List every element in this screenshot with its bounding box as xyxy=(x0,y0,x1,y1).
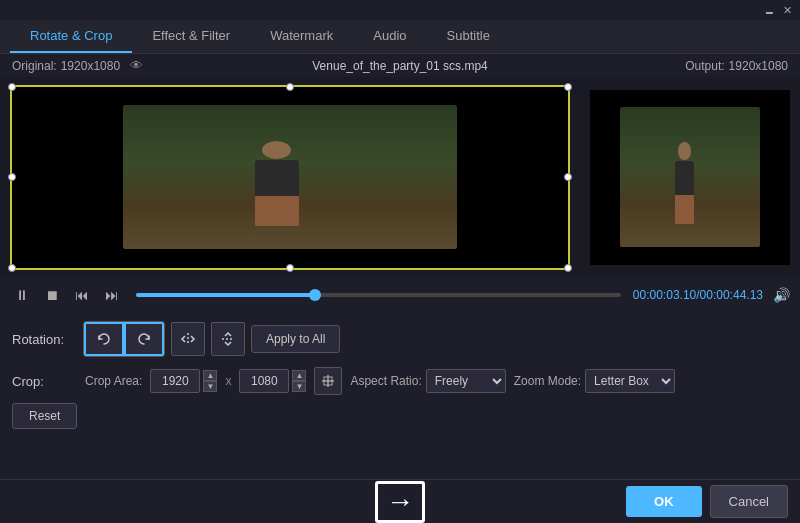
rotate-left-button[interactable] xyxy=(84,322,124,356)
tab-bar: Rotate & Crop Effect & Filter Watermark … xyxy=(0,20,800,54)
apply-to-all-button[interactable]: Apply to All xyxy=(251,325,340,353)
crop-width-input[interactable] xyxy=(150,369,200,393)
tab-effect-filter[interactable]: Effect & Filter xyxy=(132,20,250,53)
preview-canvas-right xyxy=(590,90,790,265)
volume-icon[interactable]: 🔊 xyxy=(773,287,790,303)
width-increment-button[interactable]: ▲ xyxy=(203,370,217,381)
original-label: Original: xyxy=(12,59,57,73)
flip-horizontal-button[interactable] xyxy=(171,322,205,356)
crop-handle-tl[interactable] xyxy=(8,83,16,91)
crop-label: Crop: xyxy=(12,374,77,389)
time-total: 00:00:44.13 xyxy=(700,288,763,302)
rotation-label: Rotation: xyxy=(12,332,77,347)
controls-bar: ⏸ ⏹ ⏮ ⏭ 00:00:03.10/00:00:44.13 🔊 xyxy=(0,277,800,313)
width-input-group: ▲ ▼ xyxy=(150,369,217,393)
options-area: Rotation: xyxy=(0,313,800,437)
width-spinner: ▲ ▼ xyxy=(203,370,217,392)
reset-row: Reset xyxy=(12,403,788,429)
height-increment-button[interactable]: ▲ xyxy=(292,370,306,381)
person-shape xyxy=(240,141,313,242)
crop-handle-bl[interactable] xyxy=(8,264,16,272)
person-body-right xyxy=(675,161,693,195)
progress-track[interactable] xyxy=(136,293,621,297)
crop-handle-tr[interactable] xyxy=(564,83,572,91)
footer: → OK Cancel xyxy=(0,479,800,523)
tab-rotate-crop[interactable]: Rotate & Crop xyxy=(10,20,132,53)
height-spinner: ▲ ▼ xyxy=(292,370,306,392)
output-resolution: 1920x1080 xyxy=(729,59,788,73)
person-head-right xyxy=(678,142,690,160)
aspect-ratio-select[interactable]: Freely 16:9 4:3 1:1 xyxy=(426,369,506,393)
output-label: Output: xyxy=(685,59,724,73)
reset-button[interactable]: Reset xyxy=(12,403,77,429)
tab-subtitle[interactable]: Subtitle xyxy=(427,20,510,53)
next-arrow: → xyxy=(375,481,425,523)
zoom-mode-label: Zoom Mode: xyxy=(514,374,581,388)
prev-frame-button[interactable]: ⏮ xyxy=(70,283,94,307)
flip-v-icon xyxy=(220,331,236,347)
flip-vertical-button[interactable] xyxy=(211,322,245,356)
height-input-group: ▲ ▼ xyxy=(239,369,306,393)
rotate-ccw-icon xyxy=(95,330,113,348)
zoom-mode-select[interactable]: Letter Box Pan & Scan Full xyxy=(585,369,675,393)
rotation-row: Rotation: xyxy=(12,321,788,357)
crop-row: Crop: Crop Area: ▲ ▼ x ▲ ▼ Aspect Ra xyxy=(12,367,788,395)
ok-button[interactable]: OK xyxy=(626,486,702,517)
close-button[interactable]: ✕ xyxy=(780,3,794,17)
crop-handle-ml[interactable] xyxy=(8,173,16,181)
aspect-ratio-label: Aspect Ratio: xyxy=(350,374,421,388)
eye-icon[interactable]: 👁 xyxy=(130,58,143,73)
height-decrement-button[interactable]: ▼ xyxy=(292,381,306,392)
progress-fill xyxy=(136,293,315,297)
title-bar: 🗕 ✕ xyxy=(0,0,800,20)
zoom-mode-group: Zoom Mode: Letter Box Pan & Scan Full xyxy=(514,369,675,393)
rotate-right-button[interactable] xyxy=(124,322,164,356)
play-pause-button[interactable]: ⏸ xyxy=(10,283,34,307)
crop-height-input[interactable] xyxy=(239,369,289,393)
person-body xyxy=(255,160,299,195)
crop-handle-tc[interactable] xyxy=(286,83,294,91)
filename-label: Venue_of_the_party_01 scs.mp4 xyxy=(312,59,487,73)
time-display: 00:00:03.10/00:00:44.13 xyxy=(633,288,763,302)
crop-area-label: Crop Area: xyxy=(85,374,142,388)
minimize-button[interactable]: 🗕 xyxy=(762,3,776,17)
crop-separator: x xyxy=(225,374,231,388)
time-current: 00:00:03.10 xyxy=(633,288,696,302)
aspect-ratio-group: Aspect Ratio: Freely 16:9 4:3 1:1 xyxy=(350,369,505,393)
preview-right xyxy=(590,90,790,265)
crop-center-button[interactable] xyxy=(314,367,342,395)
person-head xyxy=(262,141,291,159)
cancel-button[interactable]: Cancel xyxy=(710,485,788,518)
person-shape-right xyxy=(669,142,700,240)
original-resolution: 1920x1080 xyxy=(61,59,120,73)
person-legs-right xyxy=(675,195,693,224)
person-legs xyxy=(255,196,299,226)
tab-audio[interactable]: Audio xyxy=(353,20,426,53)
crop-handle-br[interactable] xyxy=(564,264,572,272)
stop-button[interactable]: ⏹ xyxy=(40,283,64,307)
rotation-group xyxy=(83,321,165,357)
next-frame-button[interactable]: ⏭ xyxy=(100,283,124,307)
info-bar: Original: 1920x1080 👁 Venue_of_the_party… xyxy=(0,54,800,77)
video-thumbnail-left xyxy=(123,105,457,250)
flip-h-icon xyxy=(180,331,196,347)
crop-handle-bc[interactable] xyxy=(286,264,294,272)
tab-watermark[interactable]: Watermark xyxy=(250,20,353,53)
progress-thumb[interactable] xyxy=(309,289,321,301)
preview-canvas-left xyxy=(12,87,568,268)
preview-area xyxy=(0,77,800,277)
rotate-cw-icon xyxy=(135,330,153,348)
preview-left xyxy=(10,85,570,270)
crop-cross-icon xyxy=(320,373,336,389)
video-thumbnail-right xyxy=(620,107,760,247)
crop-handle-mr[interactable] xyxy=(564,173,572,181)
width-decrement-button[interactable]: ▼ xyxy=(203,381,217,392)
